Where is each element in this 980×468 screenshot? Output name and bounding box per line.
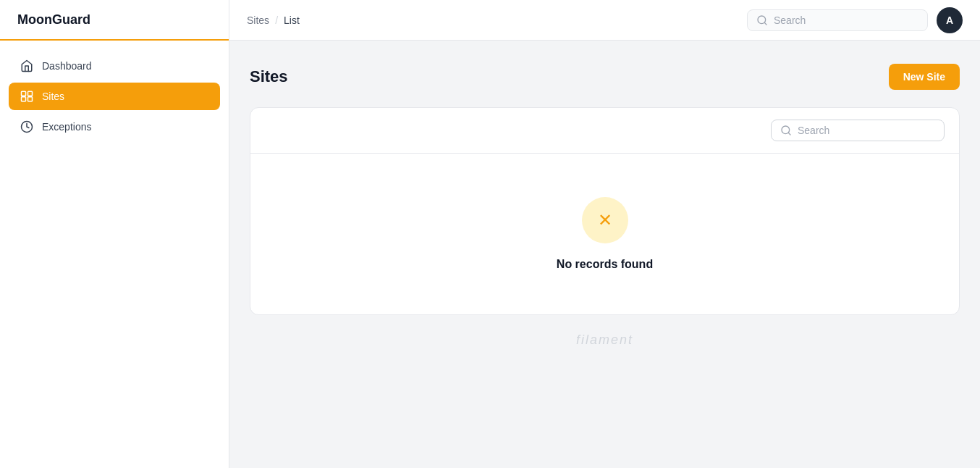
sidebar-item-label: Dashboard (42, 60, 92, 72)
header: Sites / List A (229, 0, 980, 41)
page-title: Sites (250, 67, 288, 86)
header-search-input[interactable] (774, 14, 918, 26)
main-content: Sites / List A Sites New Site (229, 0, 980, 468)
avatar[interactable]: A (937, 7, 963, 33)
breadcrumb-current: List (284, 14, 300, 26)
sidebar-item-label: Sites (42, 91, 64, 102)
search-icon (756, 14, 768, 26)
table-search-box[interactable] (771, 120, 945, 141)
svg-line-8 (788, 133, 790, 135)
breadcrumb-parent: Sites (247, 14, 269, 26)
clock-icon (20, 120, 33, 133)
empty-state-text: No records found (557, 258, 653, 271)
sidebar-item-sites[interactable]: Sites (9, 83, 220, 110)
svg-rect-2 (22, 97, 26, 101)
grid-icon (20, 90, 33, 103)
breadcrumb: Sites / List (247, 14, 738, 26)
table-search-input[interactable] (798, 125, 935, 136)
page-header: Sites New Site (250, 64, 960, 90)
sidebar-item-exceptions[interactable]: Exceptions (9, 113, 220, 141)
close-icon: ✕ (598, 210, 612, 230)
empty-icon-circle: ✕ (582, 197, 628, 243)
svg-rect-1 (28, 91, 33, 96)
table-search-icon (780, 125, 792, 136)
svg-rect-0 (22, 91, 26, 96)
sidebar-nav: Dashboard Sites Exceptions (0, 41, 229, 152)
page-content: Sites New Site ✕ No records found (229, 41, 980, 468)
svg-line-6 (764, 22, 766, 25)
table-toolbar (250, 108, 959, 154)
header-search-box[interactable] (747, 9, 928, 31)
sidebar-item-label: Exceptions (42, 121, 91, 133)
breadcrumb-separator: / (275, 14, 278, 26)
home-icon (20, 59, 33, 72)
empty-state: ✕ No records found (250, 154, 959, 314)
new-site-button[interactable]: New Site (889, 64, 960, 90)
table-card: ✕ No records found (250, 107, 960, 315)
sidebar: MoonGuard Dashboard Sites (0, 0, 229, 468)
watermark: filament (250, 315, 960, 365)
sidebar-item-dashboard[interactable]: Dashboard (9, 52, 220, 80)
svg-rect-3 (28, 97, 33, 101)
app-logo: MoonGuard (0, 0, 229, 41)
